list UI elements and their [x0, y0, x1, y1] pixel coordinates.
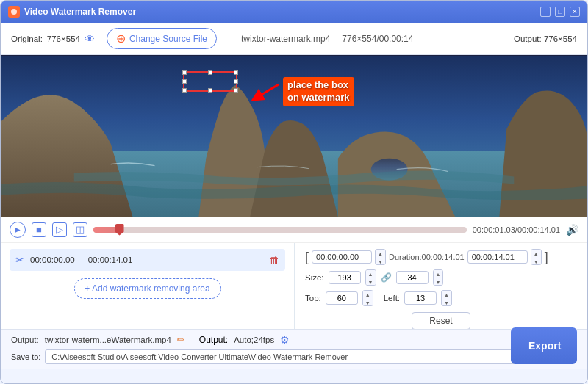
app-title: Video Watermark Remover: [24, 7, 136, 17]
handle-top-middle[interactable]: [208, 70, 212, 75]
delete-icon[interactable]: 🗑: [269, 254, 279, 266]
time-display: 00:00:01.03/00:00:14.01: [473, 225, 560, 234]
output-row-label: Output:: [11, 336, 39, 344]
window-controls: ─ □ ✕: [540, 7, 580, 17]
edit-filename-icon[interactable]: ✏: [177, 335, 184, 345]
handle-bottom-right[interactable]: [234, 88, 238, 93]
width-down[interactable]: ▼: [366, 278, 376, 286]
left-label: Left:: [384, 294, 400, 303]
output-row: Output: twixtor-waterm...eWatermark.mp4 …: [11, 334, 577, 346]
left-down[interactable]: ▼: [442, 299, 451, 306]
progress-bar[interactable]: [93, 227, 467, 233]
start-time-down[interactable]: ▼: [376, 258, 385, 265]
app-icon: [8, 6, 20, 18]
add-watermark-area-button[interactable]: + Add watermark removing area: [74, 278, 221, 299]
settings-icon[interactable]: ⚙: [280, 334, 290, 346]
top-spinner[interactable]: ▲ ▼: [362, 290, 373, 306]
save-path-input[interactable]: [45, 349, 538, 364]
eye-icon[interactable]: 👁: [85, 33, 95, 45]
svg-point-0: [11, 9, 17, 15]
width-spinner[interactable]: ▲ ▼: [365, 269, 376, 286]
size-controls: Size: ▲ ▼ 🔗 ▲ ▼: [305, 269, 577, 286]
save-to-label: Save to:: [11, 352, 40, 361]
end-time-up[interactable]: ▲: [531, 250, 541, 258]
original-label: Original:: [11, 35, 43, 43]
handle-top-left[interactable]: [182, 70, 187, 75]
start-time-spinner[interactable]: ▲ ▼: [375, 249, 386, 265]
size-label: Size:: [305, 273, 324, 282]
toolbar: Original: 776×554 👁 ⊕ Change Source File…: [1, 23, 587, 55]
start-time-up[interactable]: ▲: [376, 250, 385, 258]
start-time-input[interactable]: [312, 250, 372, 264]
top-down[interactable]: ▼: [363, 299, 373, 306]
end-time-input[interactable]: [467, 250, 528, 264]
bracket-close: ]: [545, 250, 548, 265]
output-filename: twixtor-waterm...eWatermark.mp4: [45, 336, 171, 344]
position-controls: Top: ▲ ▼ Left: ▲ ▼: [305, 290, 577, 306]
height-input[interactable]: [396, 271, 429, 284]
left-spinner[interactable]: ▲ ▼: [441, 290, 452, 306]
watermark-selection-box[interactable]: [183, 71, 237, 92]
title-bar: Video Watermark Remover ─ □ ✕: [1, 1, 587, 23]
toolbar-file-info: 776×554/00:00:14: [342, 34, 413, 44]
timeline-range-text: 00:00:00.00 — 00:00:14.01: [30, 256, 263, 264]
height-up[interactable]: ▲: [434, 270, 443, 278]
reset-button[interactable]: Reset: [412, 312, 470, 330]
height-down[interactable]: ▼: [434, 278, 443, 286]
handle-top-right[interactable]: [234, 70, 238, 75]
handle-bottom-middle[interactable]: [208, 88, 212, 93]
width-up[interactable]: ▲: [366, 270, 376, 278]
save-row: Save to: ... 📁: [11, 349, 577, 364]
output-info: Output: 776×554: [514, 35, 577, 43]
output-resolution: 776×554: [544, 35, 577, 43]
top-input[interactable]: [326, 291, 358, 305]
handle-middle-right[interactable]: [234, 79, 238, 84]
right-panel: [ ▲ ▼ Duration:00:00:14.01 ▲ ▼ ] Size: ▲…: [295, 243, 587, 329]
progress-thumb[interactable]: [115, 224, 124, 236]
instruction-overlay: place the box on watermark: [243, 77, 354, 106]
change-source-button[interactable]: ⊕ Change Source File: [107, 28, 217, 49]
red-arrow-icon: [243, 77, 280, 104]
bracket-open: [: [305, 250, 309, 265]
original-info: Original: 776×554 👁: [11, 33, 95, 45]
scissors-icon: ✂: [15, 254, 24, 266]
toolbar-divider: [229, 30, 229, 48]
handle-middle-left[interactable]: [182, 79, 187, 84]
volume-icon[interactable]: 🔊: [566, 224, 578, 236]
end-time-spinner[interactable]: ▲ ▼: [531, 249, 542, 265]
mark-button[interactable]: ◫: [73, 222, 87, 237]
stop-button[interactable]: ■: [32, 222, 46, 237]
play-button[interactable]: ▶: [10, 222, 26, 238]
svg-line-5: [257, 84, 279, 98]
width-input[interactable]: [329, 271, 361, 284]
title-bar-left: Video Watermark Remover: [8, 6, 136, 18]
height-spinner[interactable]: ▲ ▼: [433, 269, 444, 286]
end-time-down[interactable]: ▼: [531, 258, 541, 265]
playback-controls: ▶ ■ ▷ ◫ 00:00:01.03/00:00:14.01 🔊: [1, 217, 587, 243]
left-up[interactable]: ▲: [442, 291, 451, 299]
left-input[interactable]: [404, 291, 437, 305]
top-label: Top:: [305, 294, 321, 303]
next-frame-button[interactable]: ▷: [52, 222, 67, 237]
output-setting-label: Output:: [199, 335, 228, 345]
toolbar-filename: twixtor-watermark.mp4: [241, 34, 330, 44]
link-icon[interactable]: 🔗: [381, 272, 392, 283]
export-button[interactable]: Export: [511, 327, 577, 364]
close-button[interactable]: ✕: [570, 7, 580, 17]
handle-bottom-left[interactable]: [182, 88, 187, 93]
video-preview: place the box on watermark: [1, 55, 587, 217]
timeline-item: ✂ 00:00:00.00 — 00:00:14.01 🗑: [10, 249, 285, 271]
output-label: Output:: [514, 35, 542, 43]
time-range-controls: [ ▲ ▼ Duration:00:00:14.01 ▲ ▼ ]: [305, 249, 577, 265]
left-panel: ✂ 00:00:00.00 — 00:00:14.01 🗑 + Add wate…: [1, 243, 295, 329]
minimize-button[interactable]: ─: [540, 7, 551, 17]
original-resolution: 776×554: [47, 35, 80, 43]
watermark-instruction: place the box on watermark: [283, 77, 354, 106]
plus-icon: ⊕: [116, 32, 126, 46]
output-setting-value: Auto;24fps: [234, 336, 274, 344]
maximize-button[interactable]: □: [555, 7, 565, 17]
duration-label: Duration:00:00:14.01: [389, 253, 465, 261]
top-up[interactable]: ▲: [363, 291, 373, 299]
change-source-label: Change Source File: [129, 34, 207, 44]
